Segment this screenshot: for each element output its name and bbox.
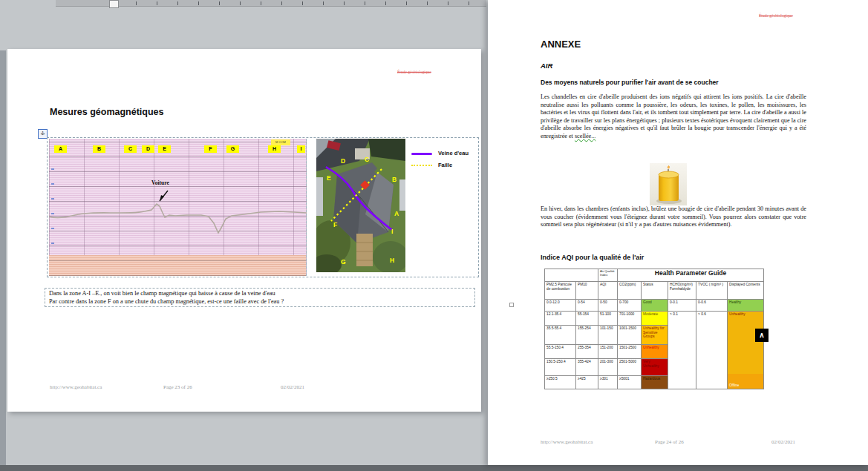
status-usg-cell: Unhealthy for Sensitive Groups bbox=[642, 326, 668, 345]
cell-hcho: 0-0.1 bbox=[668, 300, 696, 312]
footer-page: Page 23 of 26 bbox=[163, 384, 192, 390]
tab-stop-selector[interactable] bbox=[109, 0, 119, 8]
hcho-merged-cell: > 0.1 bbox=[668, 312, 696, 389]
neighbor-house-left bbox=[316, 177, 323, 216]
cell-pm10: 355-424 bbox=[576, 359, 598, 376]
table-corner-label: Air Qualité Index bbox=[598, 269, 618, 282]
figure-caption-frame[interactable]: Dans la zone A-I –E., on voit bien le ch… bbox=[45, 288, 475, 307]
displayed-unhealthy-label: Unhealthy bbox=[729, 312, 745, 316]
magnetic-field-trace bbox=[49, 204, 307, 233]
table-row: 0.0-12.0 0-54 0-50 0-700 Good 0-0.1 0-0.… bbox=[545, 300, 764, 312]
struck-watermark-text: Étude géobiologique bbox=[397, 70, 431, 74]
footer-url: http://www.geohabitat.ca bbox=[541, 439, 593, 445]
offline-badge: Offline bbox=[728, 374, 764, 389]
word-processor-window: Étude géobiologique Mesures géomagnétiqu… bbox=[0, 0, 868, 471]
col-header-pm25: PM2.5 Particule de combustion bbox=[545, 282, 576, 300]
page-title: Mesures géomagnétiques bbox=[50, 107, 164, 117]
heading-annexe: ANNEXE bbox=[541, 39, 581, 50]
heading-purify-air: Des moyens naturels pour purifier l'air … bbox=[541, 79, 719, 86]
aqi-table-image[interactable]: Air Qualité Index Health Parameter Guide… bbox=[544, 269, 763, 389]
struck-watermark-text: Étude géobiologique bbox=[759, 13, 793, 18]
displayed-unhealthy-merged-cell: Unhealthy Offline bbox=[728, 312, 764, 389]
object-anchor-box bbox=[509, 303, 514, 307]
cell-aqi: 0-50 bbox=[598, 300, 618, 312]
col-header-displayed: Displayed Contents bbox=[728, 282, 764, 300]
cell-aqi: 51-100 bbox=[598, 312, 618, 326]
paragraph-beeswax: Les chandelles en cire d'abeille produis… bbox=[541, 93, 806, 141]
cell-co2: 1001-1500 bbox=[618, 326, 642, 345]
deck bbox=[356, 234, 373, 266]
footer-page: Page 24 of 26 bbox=[655, 439, 684, 445]
col-header-aqi: AQI bbox=[598, 282, 618, 300]
cell-pm10: 0-54 bbox=[576, 300, 598, 312]
geomagnetic-strip-chart: A B C D E F G H I M COM Voiture bbox=[49, 139, 307, 276]
photo-label-c: C bbox=[365, 156, 369, 163]
photo-label-b: B bbox=[392, 176, 397, 183]
cell-tvoc: 0-0.6 bbox=[696, 300, 728, 312]
scroll-to-top-icon: ∧ bbox=[755, 329, 769, 342]
cell-pm25: 0.0-12.0 bbox=[545, 300, 576, 312]
legend-veine-swatch bbox=[411, 153, 432, 155]
aerial-photo: D C E B A F I G H bbox=[316, 139, 405, 272]
document-page-23[interactable]: Étude géobiologique Mesures géomagnétiqu… bbox=[7, 49, 481, 412]
bottom-window-edge bbox=[0, 465, 868, 471]
candle-body bbox=[659, 174, 679, 201]
status-hazardous-cell: Hazardous bbox=[642, 376, 668, 389]
status-moderate-cell: Moderate bbox=[642, 312, 668, 326]
beeswax-candle-image[interactable] bbox=[650, 163, 687, 205]
tvoc-merged-cell: > 0.6 bbox=[696, 312, 728, 389]
geomagnetic-figure[interactable]: A B C D E F G H I M COM Voiture bbox=[47, 137, 479, 277]
magnetic-trace-svg bbox=[49, 139, 307, 276]
photo-label-i: I bbox=[391, 228, 393, 235]
document-page-24[interactable]: Étude géobiologique ANNEXE AIR Des moyen… bbox=[488, 0, 868, 465]
footer-date: 02/02/2021 bbox=[771, 439, 795, 445]
photo-label-g: G bbox=[341, 258, 346, 266]
displayed-healthy-cell: Healthy bbox=[728, 300, 764, 312]
footer-date: 02/02/2021 bbox=[281, 384, 304, 390]
ruler-ticks bbox=[136, 1, 477, 5]
status-very-unhealthy-cell: Very Unhealthy bbox=[642, 359, 668, 376]
legend-veine-label: Veine d'eau bbox=[438, 150, 469, 157]
candle-top bbox=[659, 171, 679, 178]
cell-co2: ≥5001 bbox=[618, 376, 642, 389]
col-header-tvoc: TVOC ( mg/m³ ) bbox=[696, 282, 728, 300]
heading-aqi-index: Indice AQI pour la qualité de l'air bbox=[541, 254, 644, 261]
cell-pm10: ≥425 bbox=[576, 376, 598, 389]
cell-co2: 701-1000 bbox=[618, 312, 642, 326]
cell-pm10: 255-354 bbox=[576, 345, 598, 359]
legend-faille-label: Faille bbox=[438, 162, 452, 168]
move-vertical-icon: ↕ bbox=[39, 129, 47, 137]
caption-line-1: Dans la zone A-I –E., on voit bien le ch… bbox=[49, 289, 471, 297]
voiture-annotation: Voiture bbox=[151, 179, 169, 186]
cell-pm25: 35.5-55.4 bbox=[545, 326, 576, 345]
table-title: Health Parameter Guide bbox=[618, 269, 764, 282]
legend-faille-swatch bbox=[411, 165, 432, 166]
cell-aqi: 101-150 bbox=[598, 326, 618, 345]
cell-co2: 2501-5000 bbox=[618, 359, 642, 376]
health-parameter-table: Air Qualité Index Health Parameter Guide… bbox=[544, 269, 764, 389]
neighbor-house-right bbox=[399, 179, 405, 211]
status-unhealthy-cell: Unhealthy bbox=[642, 345, 668, 359]
horizontal-ruler[interactable] bbox=[56, 0, 486, 7]
table-row: 12.1-35.4 55-154 51-100 701-1000 Moderat… bbox=[545, 312, 764, 326]
cell-aqi: 151-200 bbox=[598, 345, 618, 359]
left-scrollbar-strip[interactable] bbox=[0, 50, 6, 471]
col-header-status: Status bbox=[642, 282, 668, 300]
cell-pm25: ≥250.5 bbox=[545, 376, 576, 389]
table-corner-empty bbox=[545, 269, 598, 282]
col-header-hcho: HCHO(mg/m³) Formhaldyde bbox=[668, 282, 696, 300]
cell-pm10: 55-154 bbox=[576, 312, 598, 326]
caption-line-2: Par contre dans la zone F on a une chute… bbox=[49, 297, 471, 306]
grammar-flagged-word: scellée... bbox=[575, 133, 595, 139]
footer-url: http://www.geohabitat.ca bbox=[50, 384, 102, 390]
cell-pm25: 12.1-35.4 bbox=[545, 312, 576, 326]
col-header-co2: CO2(ppm) bbox=[618, 282, 642, 300]
photo-label-a: A bbox=[394, 210, 399, 217]
cell-pm10: 155-254 bbox=[576, 326, 598, 345]
heading-air: AIR bbox=[541, 62, 552, 70]
cell-co2: 0-700 bbox=[618, 300, 642, 312]
offline-label: Offline bbox=[729, 383, 739, 388]
cell-aqi: ≥301 bbox=[598, 376, 618, 389]
photo-label-d: D bbox=[341, 157, 345, 165]
cell-pm25: 55.5-150.4 bbox=[545, 345, 576, 359]
